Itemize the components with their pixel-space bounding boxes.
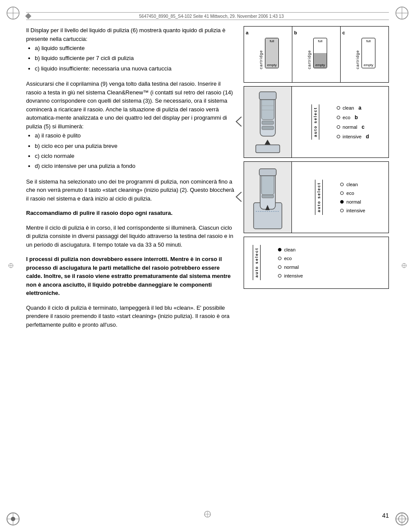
dot-eco-2 xyxy=(340,191,344,195)
diagram-shaver-2: auto select clean eco normal xyxy=(244,161,389,233)
option-label-intensive-3: intensive xyxy=(284,273,303,278)
paragraph-3: Se il sistema ha selezionato uno dei tre… xyxy=(26,177,235,203)
cart-label-b: b xyxy=(294,30,297,35)
right-column: a cartridge full empty b cartridge xyxy=(244,26,389,506)
option-label-normal-2: normal xyxy=(346,199,361,204)
list-item: c) ciclo normale xyxy=(35,151,235,161)
select-option-clean-2: clean xyxy=(340,182,365,187)
select-option-intensive-2: intensive xyxy=(340,208,365,213)
svg-rect-17 xyxy=(262,121,274,124)
select-option-intensive-3: intensive xyxy=(278,273,303,278)
cart-full-b: full xyxy=(318,39,322,43)
svg-point-9 xyxy=(11,517,15,521)
svg-rect-19 xyxy=(256,145,280,153)
corner-mark-br xyxy=(393,510,411,528)
cart-full-a: full xyxy=(270,39,274,43)
paragraph-5: Mentre il ciclo di pulizia è in corso, i… xyxy=(26,224,235,249)
cart-vert-c: cartridge xyxy=(355,50,360,69)
left-arrow-2 xyxy=(234,190,242,204)
auto-select-label-3: auto select xyxy=(253,245,261,280)
option-label-normal-3: normal xyxy=(284,264,299,270)
list-item: c) liquido insufficiente: necessaria una… xyxy=(35,64,235,74)
cart-body-b: full empty xyxy=(313,38,327,68)
diagram-shaver-1: auto select clean a eco b normal xyxy=(244,86,389,158)
cartridge-section-a: a cartridge full empty xyxy=(244,27,292,82)
page-number: 41 xyxy=(382,512,389,519)
svg-rect-27 xyxy=(262,195,274,198)
option-label-clean-2: clean xyxy=(346,182,358,187)
dot-eco-3 xyxy=(278,257,281,260)
cart-label-a: a xyxy=(246,30,248,35)
left-center-mark xyxy=(8,262,14,270)
cart-full-c: full xyxy=(366,39,371,43)
header-bar: 5647450_8990_85_S4-102 Seite 41 Mittwoch… xyxy=(26,12,389,20)
corner-mark-bl xyxy=(4,510,22,528)
auto-select-panel-2: auto select clean eco normal xyxy=(292,162,388,233)
select-option-eco-2: eco xyxy=(340,191,365,196)
cartridge-section-c: c cartridge full empty xyxy=(341,27,388,82)
select-option-normal-2: normal xyxy=(340,199,365,204)
corner-mark-tr xyxy=(393,4,411,22)
header-diamond xyxy=(25,13,31,19)
paragraph-7: Quando il ciclo di pulizia è terminato, … xyxy=(26,304,235,329)
option-label-eco-3: eco xyxy=(284,256,292,261)
option-letter-b: b xyxy=(355,114,358,120)
auto-select-panel-1: auto select clean a eco b normal xyxy=(292,87,388,157)
select-options-1: clean a eco b normal c xyxy=(337,105,369,140)
left-column: Il Display per il livello del liquido di… xyxy=(26,26,244,506)
header-text: 5647450_8990_85_S4-102 Seite 41 Mittwoch… xyxy=(34,14,389,19)
select-option-eco-3: eco xyxy=(278,256,303,261)
svg-rect-18 xyxy=(262,126,274,130)
list-item: d) ciclo intensive per una pulizia a fon… xyxy=(35,161,235,171)
option-label-clean-1: clean xyxy=(343,105,354,110)
option-label-eco-1: eco xyxy=(343,115,351,120)
cart-vert-b: cartridge xyxy=(307,50,311,69)
auto-select-label-1: auto select xyxy=(311,104,319,140)
select-option-clean-3: clean xyxy=(278,247,303,252)
paragraph-4-bold: Raccomandiamo di pulire il rasoio dopo o… xyxy=(26,209,235,217)
cart-body-c: full empty xyxy=(361,38,375,68)
select-option-clean-1: clean a xyxy=(337,105,369,111)
paragraph-1: Il Display per il livello del liquido di… xyxy=(26,26,235,74)
select-options-3: clean eco normal intensive xyxy=(278,247,303,278)
dot-normal-1 xyxy=(337,125,340,129)
dot-clean-3 xyxy=(278,248,281,251)
corner-mark-tl xyxy=(4,4,22,22)
option-letter-c: c xyxy=(361,124,365,130)
list-2: a) il rasoio è pulito b) ciclo eco per u… xyxy=(35,130,235,171)
cart-empty-a: empty xyxy=(267,63,277,67)
list-item: b) ciclo eco per una pulizia breve xyxy=(35,141,235,151)
list-item: a) il rasoio è pulito xyxy=(35,130,235,141)
diagram-auto-select-3: auto select clean eco normal intensive xyxy=(244,237,389,289)
option-label-intensive-2: intensive xyxy=(346,208,365,213)
dot-intensive-3 xyxy=(278,274,281,278)
dot-clean-1 xyxy=(337,106,340,110)
select-options-2: clean eco normal intensive xyxy=(340,182,365,213)
right-center-mark xyxy=(401,262,407,270)
list-item: a) liquido sufficiente xyxy=(35,43,235,53)
cart-body-a: full empty xyxy=(265,38,279,68)
list-item: b) liquido sufficiente per 7 cicli di pu… xyxy=(35,53,235,63)
shaver-illustration-1 xyxy=(244,87,292,157)
svg-rect-16 xyxy=(259,92,276,100)
option-letter-d: d xyxy=(366,134,369,140)
option-label-normal-1: normal xyxy=(343,124,358,130)
option-letter-a: a xyxy=(358,105,361,111)
auto-select-label-2: auto select xyxy=(315,180,323,215)
bottom-center-mark xyxy=(203,510,212,520)
option-label-clean-3: clean xyxy=(284,247,295,252)
dot-normal-2 xyxy=(340,200,344,204)
left-arrow-1 xyxy=(234,115,242,129)
select-option-eco-1: eco b xyxy=(337,114,369,120)
cart-vert-a: cartridge xyxy=(259,50,263,69)
select-option-normal-1: normal c xyxy=(337,124,369,130)
dot-eco-1 xyxy=(337,116,340,119)
cart-empty-c: empty xyxy=(364,63,373,67)
select-option-intensive-1: intensive d xyxy=(337,134,369,140)
list-1: a) liquido sufficiente b) liquido suffic… xyxy=(35,43,235,74)
page-layout: Il Display per il livello del liquido di… xyxy=(26,26,389,506)
diagram-cartridges: a cartridge full empty b cartridge xyxy=(244,26,389,83)
cart-label-c: c xyxy=(342,30,345,35)
dot-clean-2 xyxy=(340,183,344,186)
cart-empty-b: empty xyxy=(315,63,325,67)
